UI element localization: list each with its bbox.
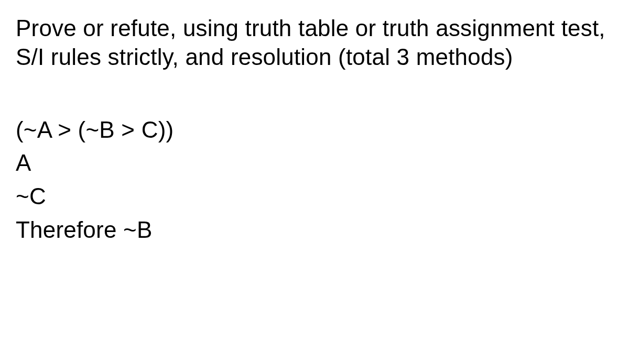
logic-argument: (~A > (~B > C)) A ~C Therefore ~B	[16, 114, 613, 246]
premise-3: ~C	[16, 180, 613, 213]
instruction-text: Prove or refute, using truth table or tr…	[16, 14, 613, 72]
document-content: Prove or refute, using truth table or tr…	[16, 14, 613, 246]
premise-1: (~A > (~B > C))	[16, 114, 613, 146]
conclusion: Therefore ~B	[16, 214, 613, 246]
premise-2: A	[16, 147, 613, 179]
